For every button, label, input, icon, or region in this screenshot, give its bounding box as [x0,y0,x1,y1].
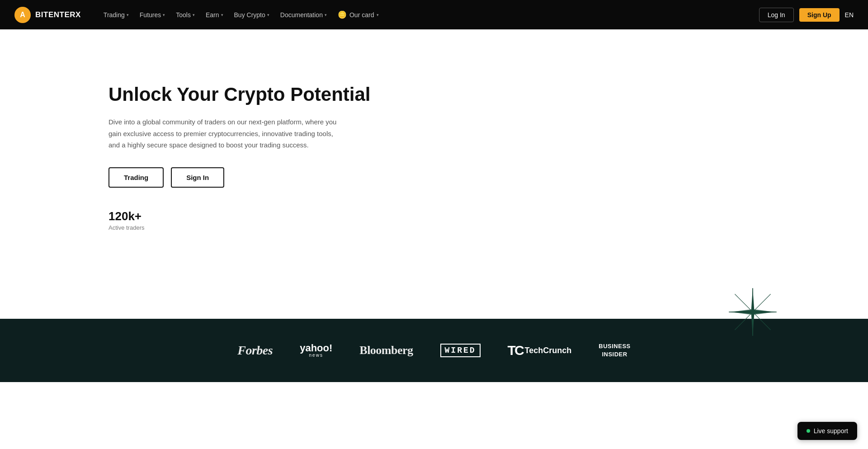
hero-content: Unlock Your Crypto Potential Dive into a… [108,84,371,231]
nav-item-earn[interactable]: Earn ▾ [201,9,228,21]
nav-item-tools[interactable]: Tools ▾ [171,9,199,21]
transition-band [0,274,868,319]
nav-item-our-card[interactable]: 🪙 Our card ▾ [333,8,383,22]
nav-right: Log In Sign Up EN [759,8,854,22]
chevron-down-icon: ▾ [377,13,379,17]
trading-button[interactable]: Trading [108,167,164,188]
nav-item-trading[interactable]: Trading ▾ [99,9,133,21]
media-logo-wired: WIRED [440,346,481,355]
login-button[interactable]: Log In [759,8,794,22]
chevron-down-icon: ▾ [325,13,327,17]
live-support-button[interactable]: Live support [797,422,857,440]
nav-item-buy-crypto[interactable]: Buy Crypto ▾ [230,9,274,21]
logo-text: BITENTERX [35,10,81,19]
live-indicator [807,429,810,433]
navbar: A BITENTERX Trading ▾ Futures ▾ Tools ▾ … [0,0,868,29]
media-logo-forbes: Forbes [237,343,273,358]
chevron-down-icon: ▾ [221,13,223,17]
chevron-down-icon: ▾ [163,13,165,17]
chevron-down-icon: ▾ [193,13,195,17]
nav-item-documentation[interactable]: Documentation ▾ [276,9,331,21]
stat-active-traders: 120k+ Active traders [108,209,144,231]
stat-label: Active traders [108,224,144,231]
hero-stats: 120k+ Active traders [108,209,371,231]
media-logo-business-insider: BUSINESSINSIDER [599,342,630,359]
hero-section: Unlock Your Crypto Potential Dive into a… [0,29,868,274]
chevron-down-icon: ▾ [267,13,269,17]
language-selector[interactable]: EN [845,11,854,19]
nav-links: Trading ▾ Futures ▾ Tools ▾ Earn ▾ Buy C… [99,8,746,22]
signup-button[interactable]: Sign Up [799,8,840,22]
media-logo-techcrunch: TC TechCrunch [508,343,572,358]
nav-item-futures[interactable]: Futures ▾ [135,9,170,21]
chevron-down-icon: ▾ [127,13,129,17]
stat-number: 120k+ [108,209,144,223]
logo[interactable]: A BITENTERX [14,7,81,23]
media-logo-bloomberg: Bloomberg [359,344,413,357]
hero-title: Unlock Your Crypto Potential [108,84,371,105]
live-support-label: Live support [814,427,848,435]
star-decoration [728,287,773,332]
hero-buttons: Trading Sign In [108,167,371,188]
logo-icon: A [14,7,31,23]
hero-description: Dive into a global community of traders … [108,116,344,151]
card-icon: 🪙 [338,10,347,19]
media-logo-yahoo: yahoo! news [300,343,332,358]
signin-button[interactable]: Sign In [171,167,224,188]
